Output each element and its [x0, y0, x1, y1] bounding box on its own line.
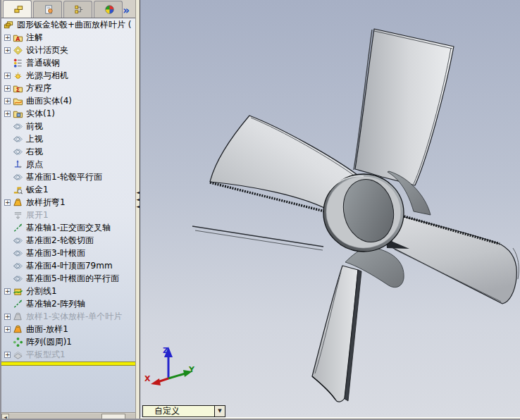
annotations-icon: A — [13, 32, 23, 43]
expand-icon[interactable]: + — [4, 111, 11, 117]
tree-item[interactable]: 原点 — [1, 158, 135, 171]
equations-icon: Σ — [13, 83, 23, 94]
circular-pattern-icon — [13, 337, 23, 347]
tree-item[interactable]: 前视 — [1, 120, 135, 132]
graphics-viewport[interactable]: Z Y X 自定义 ▼ — [140, 0, 520, 417]
panel-splitter[interactable]: ◄ ◄ ◄ — [135, 0, 140, 420]
tree-item[interactable]: 上视 — [1, 132, 135, 145]
tree-item-label: 圆形钣金轮毂+曲面放样叶片 ( — [17, 19, 132, 31]
expand-icon[interactable]: + — [4, 352, 11, 358]
status-bar — [140, 417, 520, 420]
panel-tabs: » — [1, 0, 135, 18]
scroll-left-button[interactable]: ◄ — [1, 414, 9, 420]
expand-icon[interactable]: + — [4, 47, 11, 54]
scene-combo[interactable]: 自定义 ▼ — [142, 405, 225, 417]
expand-icon[interactable]: + — [4, 85, 11, 92]
scene-combo-value: 自定义 — [143, 405, 214, 417]
expand-icon[interactable]: + — [4, 73, 11, 79]
tree-item[interactable]: +设计活页夹 — [1, 44, 135, 56]
tree-item-label: 基准轴1-正交面交叉轴 — [26, 222, 111, 234]
expand-icon[interactable]: + — [4, 199, 11, 206]
panel-overflow-button[interactable]: » — [123, 4, 130, 18]
tree-item[interactable]: +放样折弯1 — [1, 196, 135, 209]
plane-icon — [13, 121, 23, 132]
part-icon — [4, 20, 14, 30]
expand-icon[interactable]: + — [4, 326, 11, 333]
surface-bodies-icon — [13, 96, 23, 106]
tree-item[interactable]: 基准轴1-正交面交叉轴 — [1, 221, 135, 234]
tab-configurationmanager[interactable] — [63, 1, 92, 18]
rollback-bar[interactable] — [1, 362, 135, 366]
feature-panel: » 圆形钣金轮毂+曲面放样叶片 (+A注解+设计活页夹普通碳钢+光源与相机+Σ方… — [1, 0, 135, 420]
axis-icon — [13, 299, 23, 309]
expand-icon[interactable]: + — [4, 35, 11, 41]
tree-item[interactable]: 基准面3-叶根面 — [1, 247, 135, 259]
tree-item-label: 原点 — [26, 159, 43, 171]
lights-cameras-icon — [13, 70, 23, 81]
tree-item[interactable]: +放样1-实体放样-单个叶片 — [1, 310, 135, 323]
tree-item[interactable]: +Σ方程序 — [1, 82, 135, 94]
flat-pattern-icon — [13, 350, 23, 360]
splitter-arrow-icon: ◄ — [136, 189, 140, 196]
sheet-metal-icon — [13, 185, 23, 195]
scrollbar-thumb[interactable] — [101, 414, 125, 419]
tree-item[interactable]: 基准面5-叶根面的平行面 — [1, 272, 135, 285]
tree-item[interactable]: +光源与相机 — [1, 69, 135, 82]
tree-item[interactable]: +A注解 — [1, 31, 135, 44]
tree-item-label: 基准面3-叶根面 — [26, 247, 85, 259]
tree-item[interactable]: 基准面1-轮毂平行面 — [1, 171, 135, 183]
expand-icon[interactable]: + — [4, 98, 11, 104]
tree-item-label: 曲面-放样1 — [26, 323, 68, 335]
tree-item[interactable]: 基准轴2-阵列轴 — [1, 297, 135, 310]
tree-root-item[interactable]: 圆形钣金轮毂+曲面放样叶片 ( — [1, 18, 135, 31]
splitter-collapse-arrows[interactable]: ◄ ◄ ◄ — [136, 189, 140, 210]
plane-icon — [13, 261, 23, 271]
tree-item[interactable]: 阵列(圆周)1 — [1, 335, 135, 348]
tree-item[interactable]: 基准面2-轮毂切面 — [1, 234, 135, 247]
tree-item-label: 光源与相机 — [26, 70, 68, 82]
svg-text:Σ: Σ — [16, 86, 20, 92]
tree-item[interactable]: 基准面4-叶顶面79mm — [1, 259, 135, 272]
tree-item[interactable]: +分割线1 — [1, 285, 135, 297]
tree-item-label: 上视 — [26, 133, 43, 145]
tree-item[interactable]: 展开1 — [1, 209, 135, 221]
tab-propertymanager[interactable] — [33, 1, 62, 18]
tree-item[interactable]: +曲面实体(4) — [1, 94, 135, 107]
chevron-down-icon[interactable]: ▼ — [214, 406, 225, 416]
lofted-bend-icon — [13, 197, 23, 208]
expand-icon[interactable]: + — [4, 288, 11, 295]
tree-item[interactable]: +平板型式1 — [1, 348, 135, 361]
tab-dimxpertmanager[interactable] — [94, 1, 123, 18]
axis-icon — [13, 223, 23, 233]
tree-item-label: 放样折弯1 — [26, 197, 66, 209]
tree-item[interactable]: 右视 — [1, 145, 135, 158]
flatten-icon — [13, 210, 23, 221]
tree-item-label: 基准面1-轮毂平行面 — [26, 171, 102, 183]
tree-item-label: 曲面实体(4) — [26, 95, 72, 107]
loft-gray-icon — [13, 311, 23, 322]
expand-icon[interactable]: + — [4, 314, 11, 320]
plane-icon — [13, 235, 23, 246]
tab-featuremanager[interactable] — [3, 0, 32, 18]
fan-hub — [323, 174, 404, 252]
tree-item[interactable]: 钣金1 — [1, 183, 135, 196]
tree-item-label: 前视 — [26, 121, 43, 132]
tree-item-label: 基准轴2-阵列轴 — [26, 298, 85, 310]
panel-horizontal-scrollbar[interactable]: ◄ — [1, 412, 135, 420]
splitter-arrow-icon: ◄ — [136, 196, 140, 203]
tree-item[interactable]: 普通碳钢 — [1, 56, 135, 69]
tree-item[interactable]: +曲面-放样1 — [1, 323, 135, 335]
splitter-arrow-icon: ◄ — [136, 203, 140, 210]
tree-item-label: 右视 — [26, 146, 43, 158]
tree-item-label: 基准面5-叶根面的平行面 — [26, 273, 119, 285]
feature-tree: 圆形钣金轮毂+曲面放样叶片 (+A注解+设计活页夹普通碳钢+光源与相机+Σ方程序… — [1, 18, 135, 413]
plane-icon — [13, 147, 23, 157]
tree-item[interactable]: +实体(1) — [1, 107, 135, 120]
tree-item-label: 平板型式1 — [26, 349, 66, 361]
surface-loft-icon — [13, 324, 23, 335]
model-canvas[interactable]: Z Y X — [140, 0, 520, 417]
tree-item-label: 钣金1 — [26, 184, 49, 196]
tab-wheel-icon — [104, 4, 115, 15]
origin-icon — [13, 159, 23, 170]
plane-icon — [13, 248, 23, 259]
